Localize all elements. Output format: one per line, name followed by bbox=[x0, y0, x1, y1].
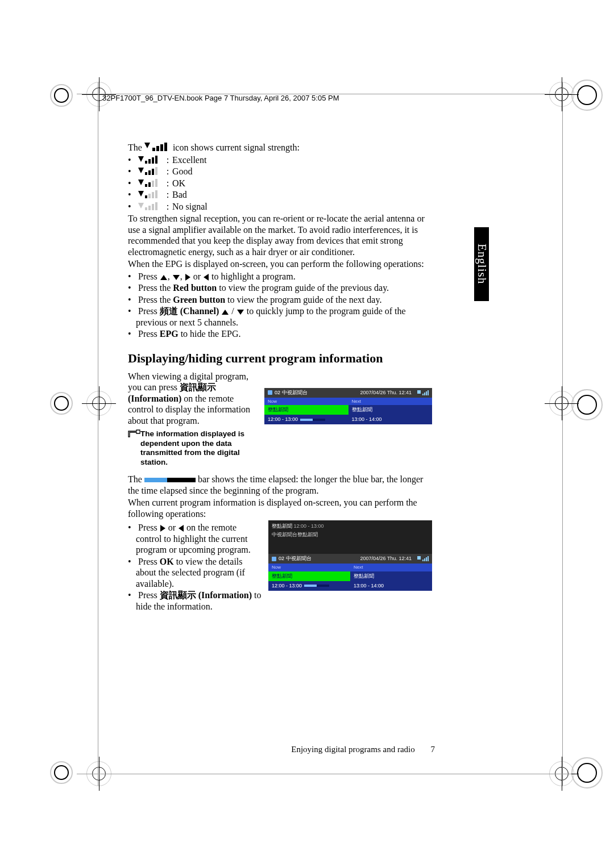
osd-next-time: 13:00 - 14:00 bbox=[350, 581, 432, 591]
text: to highlight a program. bbox=[211, 272, 296, 281]
osd-next-label: Next bbox=[349, 398, 433, 406]
osd-now-title: 整點新聞 bbox=[268, 571, 350, 581]
info-row-1: When viewing a digital program, you can … bbox=[128, 371, 432, 470]
page: 32PF1700T_96_DTV-EN.book Page 7 Thursday… bbox=[0, 0, 614, 868]
arrow-down-icon bbox=[237, 310, 244, 315]
text: to hide the EPG. bbox=[181, 329, 241, 339]
osd-next-title: 整點新聞 bbox=[350, 571, 432, 581]
text: Excellent bbox=[172, 155, 206, 165]
channel-chip-icon bbox=[272, 557, 276, 561]
text: The information displayed is dependent u… bbox=[140, 429, 258, 467]
text: Green button bbox=[173, 295, 225, 304]
osd-now-title: 整點新聞 bbox=[264, 405, 349, 415]
book-header: 32PF1700T_96_DTV-EN.book Page 7 Thursday… bbox=[102, 94, 339, 102]
frame-line bbox=[77, 774, 571, 774]
text: 頻道 (Channel) bbox=[160, 306, 221, 316]
text: Press bbox=[138, 557, 160, 566]
frame-line bbox=[98, 82, 98, 786]
signal-icon bbox=[138, 190, 161, 198]
text: The bbox=[128, 474, 144, 484]
signal-icon bbox=[138, 202, 161, 210]
progress-bar bbox=[300, 419, 325, 421]
note-icon bbox=[128, 429, 140, 439]
text: Press bbox=[138, 523, 160, 532]
osd-next-label: Next bbox=[350, 564, 432, 571]
text: 資訊顯示 (Information) bbox=[160, 590, 252, 600]
text: Press bbox=[138, 590, 160, 600]
note: The information displayed is dependent u… bbox=[128, 429, 258, 467]
osd-titles: 整點新聞 整點新聞 bbox=[264, 405, 432, 415]
osd-detail-top: 整點新聞 12:00 - 13:00 中視新聞台整點新聞 bbox=[268, 520, 432, 554]
osd-now-time-cell: 12:00 - 13:00 bbox=[264, 415, 349, 424]
arrow-up-icon bbox=[160, 275, 167, 280]
osd-datetime: 2007/04/26 Thu. 12:41 bbox=[360, 556, 412, 562]
list-item: ：No signal bbox=[128, 201, 432, 212]
channel-chip-icon bbox=[268, 390, 272, 395]
list-item: Press OK to view the details about the s… bbox=[128, 556, 262, 590]
crop-mark bbox=[571, 757, 603, 788]
list-item: Press , , or to highlight a program. bbox=[128, 271, 432, 282]
list-item: ：OK bbox=[128, 178, 432, 189]
text: Press bbox=[138, 329, 160, 339]
osd-now-time: 12:00 - 13:00 bbox=[268, 416, 298, 423]
registration-mark bbox=[86, 391, 111, 416]
registration-mark bbox=[549, 391, 574, 416]
arrow-up-icon bbox=[222, 310, 229, 315]
signal-icon bbox=[417, 390, 429, 395]
registration-mark bbox=[549, 82, 574, 107]
signal-icon bbox=[138, 156, 161, 164]
list-item: ：Bad bbox=[128, 189, 432, 201]
list-item: Press EPG to hide the EPG. bbox=[128, 328, 432, 340]
progress-bar bbox=[304, 585, 329, 587]
epg-ops-list: Press , , or to highlight a program. Pre… bbox=[128, 271, 432, 340]
list-item: Press the Green button to view the progr… bbox=[128, 294, 432, 306]
text: icon shows current signal strength: bbox=[173, 143, 300, 152]
osd-channel: 02 中視新聞台 bbox=[279, 556, 312, 562]
crop-mark bbox=[571, 80, 603, 111]
osd-now-time-cell: 12:00 - 13:00 bbox=[268, 581, 350, 591]
text: Press the bbox=[138, 283, 173, 293]
osd-detail-title: 整點新聞 bbox=[272, 523, 292, 529]
footer-text: Enjoying digital programs and radio bbox=[291, 745, 414, 754]
osd-now-time: 12:00 - 13:00 bbox=[272, 583, 302, 589]
signal-intro: The icon shows current signal strength: bbox=[128, 142, 432, 153]
signal-levels-list: ：Excellent ：Good ：OK ：Bad ：No signal bbox=[128, 155, 432, 212]
signal-icon bbox=[138, 179, 161, 187]
list-item: ：Good bbox=[128, 166, 432, 177]
crop-mark bbox=[50, 761, 73, 784]
osd-channel: 02 中視新聞台 bbox=[275, 390, 308, 396]
arrow-down-icon bbox=[173, 275, 180, 280]
signal-icon bbox=[417, 556, 429, 561]
content-area: The icon shows current signal strength: … bbox=[128, 142, 432, 614]
arrow-right-icon bbox=[185, 274, 190, 281]
crop-mark bbox=[50, 392, 73, 415]
list-item: Press or on the remote control to highli… bbox=[128, 522, 262, 556]
osd-next-title: 整點新聞 bbox=[349, 405, 433, 415]
info-row-2: Press or on the remote control to highli… bbox=[128, 520, 432, 614]
osd-times: 12:00 - 13:00 13:00 - 14:00 bbox=[268, 581, 432, 591]
text: Red button bbox=[173, 283, 217, 293]
osd-next-time: 13:00 - 14:00 bbox=[349, 415, 433, 424]
text: Press bbox=[138, 306, 160, 316]
osd-detail-time: 12:00 - 13:00 bbox=[294, 523, 324, 529]
osd-labels: Now Next bbox=[268, 564, 432, 571]
elapsed-bar-text: The bar shows the time elapsed: the long… bbox=[128, 474, 432, 496]
osd-now-label: Now bbox=[268, 564, 350, 571]
info-p3: When current program information is disp… bbox=[128, 497, 432, 519]
epg-intro: When the EPG is displayed on-screen, you… bbox=[128, 258, 432, 270]
page-footer: Enjoying digital programs and radio 7 bbox=[128, 745, 435, 754]
osd-times: 12:00 - 13:00 13:00 - 14:00 bbox=[264, 415, 432, 424]
text: Press the bbox=[138, 295, 173, 304]
text: OK bbox=[172, 178, 185, 188]
osd-panel-2: 整點新聞 12:00 - 13:00 中視新聞台整點新聞 02 中視新聞台 20… bbox=[268, 520, 432, 591]
arrow-right-icon bbox=[160, 525, 165, 532]
osd-now-label: Now bbox=[264, 398, 349, 406]
section-heading: Displaying/hiding current program inform… bbox=[128, 351, 432, 366]
crop-mark bbox=[571, 389, 603, 420]
text: Press bbox=[138, 272, 160, 281]
language-tab: English bbox=[474, 227, 489, 301]
reception-text: To strengthen signal reception, you can … bbox=[128, 213, 432, 257]
text: EPG bbox=[160, 329, 179, 339]
osd-titles: 整點新聞 整點新聞 bbox=[268, 571, 432, 581]
text: Good bbox=[172, 166, 193, 176]
